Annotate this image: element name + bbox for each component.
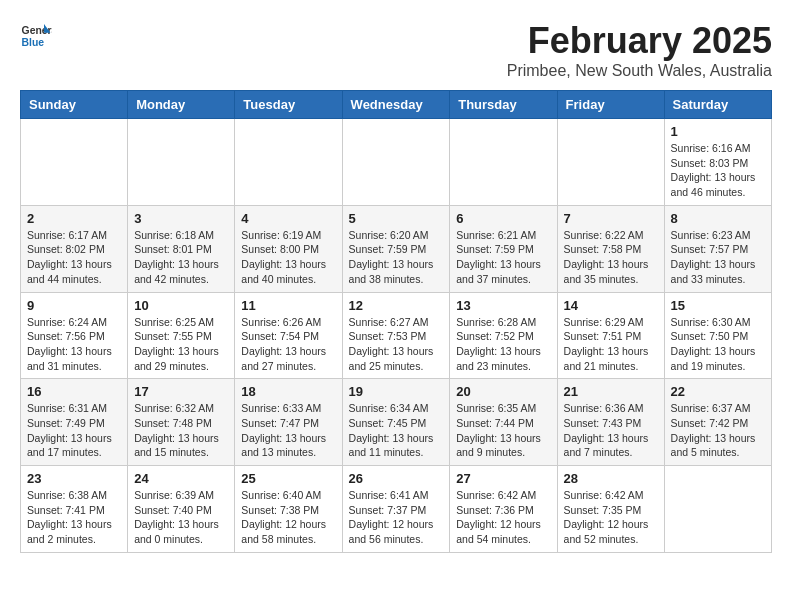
day-info: Sunrise: 6:19 AM Sunset: 8:00 PM Dayligh… <box>241 228 335 287</box>
calendar-cell: 16Sunrise: 6:31 AM Sunset: 7:49 PM Dayli… <box>21 379 128 466</box>
day-info: Sunrise: 6:20 AM Sunset: 7:59 PM Dayligh… <box>349 228 444 287</box>
day-info: Sunrise: 6:22 AM Sunset: 7:58 PM Dayligh… <box>564 228 658 287</box>
day-info: Sunrise: 6:25 AM Sunset: 7:55 PM Dayligh… <box>134 315 228 374</box>
day-number: 4 <box>241 211 335 226</box>
logo: General Blue <box>20 20 52 52</box>
day-number: 21 <box>564 384 658 399</box>
day-info: Sunrise: 6:36 AM Sunset: 7:43 PM Dayligh… <box>564 401 658 460</box>
calendar-cell: 2Sunrise: 6:17 AM Sunset: 8:02 PM Daylig… <box>21 205 128 292</box>
weekday-header-wednesday: Wednesday <box>342 91 450 119</box>
calendar-cell <box>128 119 235 206</box>
day-number: 23 <box>27 471 121 486</box>
day-number: 3 <box>134 211 228 226</box>
calendar-cell: 17Sunrise: 6:32 AM Sunset: 7:48 PM Dayli… <box>128 379 235 466</box>
calendar-cell: 22Sunrise: 6:37 AM Sunset: 7:42 PM Dayli… <box>664 379 771 466</box>
weekday-header-monday: Monday <box>128 91 235 119</box>
day-info: Sunrise: 6:31 AM Sunset: 7:49 PM Dayligh… <box>27 401 121 460</box>
day-number: 8 <box>671 211 765 226</box>
day-number: 2 <box>27 211 121 226</box>
week-row-4: 16Sunrise: 6:31 AM Sunset: 7:49 PM Dayli… <box>21 379 772 466</box>
calendar-cell: 26Sunrise: 6:41 AM Sunset: 7:37 PM Dayli… <box>342 466 450 553</box>
day-number: 15 <box>671 298 765 313</box>
day-number: 27 <box>456 471 550 486</box>
calendar-cell: 6Sunrise: 6:21 AM Sunset: 7:59 PM Daylig… <box>450 205 557 292</box>
calendar-cell: 25Sunrise: 6:40 AM Sunset: 7:38 PM Dayli… <box>235 466 342 553</box>
calendar-cell: 13Sunrise: 6:28 AM Sunset: 7:52 PM Dayli… <box>450 292 557 379</box>
calendar-cell <box>664 466 771 553</box>
calendar-cell: 27Sunrise: 6:42 AM Sunset: 7:36 PM Dayli… <box>450 466 557 553</box>
day-number: 22 <box>671 384 765 399</box>
calendar-cell: 20Sunrise: 6:35 AM Sunset: 7:44 PM Dayli… <box>450 379 557 466</box>
day-number: 10 <box>134 298 228 313</box>
week-row-5: 23Sunrise: 6:38 AM Sunset: 7:41 PM Dayli… <box>21 466 772 553</box>
header: General Blue February 2025 Primbee, New … <box>20 20 772 80</box>
day-number: 11 <box>241 298 335 313</box>
day-info: Sunrise: 6:17 AM Sunset: 8:02 PM Dayligh… <box>27 228 121 287</box>
day-info: Sunrise: 6:29 AM Sunset: 7:51 PM Dayligh… <box>564 315 658 374</box>
calendar-cell: 10Sunrise: 6:25 AM Sunset: 7:55 PM Dayli… <box>128 292 235 379</box>
day-info: Sunrise: 6:33 AM Sunset: 7:47 PM Dayligh… <box>241 401 335 460</box>
day-info: Sunrise: 6:24 AM Sunset: 7:56 PM Dayligh… <box>27 315 121 374</box>
day-info: Sunrise: 6:39 AM Sunset: 7:40 PM Dayligh… <box>134 488 228 547</box>
calendar-cell: 9Sunrise: 6:24 AM Sunset: 7:56 PM Daylig… <box>21 292 128 379</box>
calendar-cell: 5Sunrise: 6:20 AM Sunset: 7:59 PM Daylig… <box>342 205 450 292</box>
weekday-header-thursday: Thursday <box>450 91 557 119</box>
calendar-cell: 21Sunrise: 6:36 AM Sunset: 7:43 PM Dayli… <box>557 379 664 466</box>
weekday-header-friday: Friday <box>557 91 664 119</box>
weekday-header-saturday: Saturday <box>664 91 771 119</box>
calendar-cell: 14Sunrise: 6:29 AM Sunset: 7:51 PM Dayli… <box>557 292 664 379</box>
day-number: 12 <box>349 298 444 313</box>
day-info: Sunrise: 6:30 AM Sunset: 7:50 PM Dayligh… <box>671 315 765 374</box>
day-info: Sunrise: 6:16 AM Sunset: 8:03 PM Dayligh… <box>671 141 765 200</box>
calendar-cell <box>342 119 450 206</box>
day-info: Sunrise: 6:35 AM Sunset: 7:44 PM Dayligh… <box>456 401 550 460</box>
weekday-header-tuesday: Tuesday <box>235 91 342 119</box>
day-number: 25 <box>241 471 335 486</box>
day-number: 28 <box>564 471 658 486</box>
calendar-cell: 24Sunrise: 6:39 AM Sunset: 7:40 PM Dayli… <box>128 466 235 553</box>
calendar-cell: 15Sunrise: 6:30 AM Sunset: 7:50 PM Dayli… <box>664 292 771 379</box>
day-number: 7 <box>564 211 658 226</box>
svg-text:Blue: Blue <box>22 37 45 48</box>
day-info: Sunrise: 6:23 AM Sunset: 7:57 PM Dayligh… <box>671 228 765 287</box>
calendar-cell <box>21 119 128 206</box>
calendar-cell: 23Sunrise: 6:38 AM Sunset: 7:41 PM Dayli… <box>21 466 128 553</box>
calendar-cell: 11Sunrise: 6:26 AM Sunset: 7:54 PM Dayli… <box>235 292 342 379</box>
calendar-cell: 19Sunrise: 6:34 AM Sunset: 7:45 PM Dayli… <box>342 379 450 466</box>
calendar-cell <box>235 119 342 206</box>
weekday-header-row: SundayMondayTuesdayWednesdayThursdayFrid… <box>21 91 772 119</box>
calendar-cell: 4Sunrise: 6:19 AM Sunset: 8:00 PM Daylig… <box>235 205 342 292</box>
calendar-cell <box>557 119 664 206</box>
calendar-cell: 1Sunrise: 6:16 AM Sunset: 8:03 PM Daylig… <box>664 119 771 206</box>
week-row-1: 1Sunrise: 6:16 AM Sunset: 8:03 PM Daylig… <box>21 119 772 206</box>
logo-icon: General Blue <box>20 20 52 52</box>
day-info: Sunrise: 6:37 AM Sunset: 7:42 PM Dayligh… <box>671 401 765 460</box>
calendar-cell: 28Sunrise: 6:42 AM Sunset: 7:35 PM Dayli… <box>557 466 664 553</box>
day-info: Sunrise: 6:18 AM Sunset: 8:01 PM Dayligh… <box>134 228 228 287</box>
calendar-cell: 8Sunrise: 6:23 AM Sunset: 7:57 PM Daylig… <box>664 205 771 292</box>
calendar: SundayMondayTuesdayWednesdayThursdayFrid… <box>20 90 772 553</box>
day-info: Sunrise: 6:40 AM Sunset: 7:38 PM Dayligh… <box>241 488 335 547</box>
weekday-header-sunday: Sunday <box>21 91 128 119</box>
day-info: Sunrise: 6:26 AM Sunset: 7:54 PM Dayligh… <box>241 315 335 374</box>
day-number: 26 <box>349 471 444 486</box>
day-number: 1 <box>671 124 765 139</box>
day-number: 6 <box>456 211 550 226</box>
day-info: Sunrise: 6:34 AM Sunset: 7:45 PM Dayligh… <box>349 401 444 460</box>
calendar-cell: 3Sunrise: 6:18 AM Sunset: 8:01 PM Daylig… <box>128 205 235 292</box>
day-number: 9 <box>27 298 121 313</box>
week-row-2: 2Sunrise: 6:17 AM Sunset: 8:02 PM Daylig… <box>21 205 772 292</box>
day-info: Sunrise: 6:28 AM Sunset: 7:52 PM Dayligh… <box>456 315 550 374</box>
day-info: Sunrise: 6:42 AM Sunset: 7:35 PM Dayligh… <box>564 488 658 547</box>
day-number: 18 <box>241 384 335 399</box>
calendar-cell <box>450 119 557 206</box>
location: Primbee, New South Wales, Australia <box>507 62 772 80</box>
day-info: Sunrise: 6:42 AM Sunset: 7:36 PM Dayligh… <box>456 488 550 547</box>
day-info: Sunrise: 6:32 AM Sunset: 7:48 PM Dayligh… <box>134 401 228 460</box>
day-info: Sunrise: 6:38 AM Sunset: 7:41 PM Dayligh… <box>27 488 121 547</box>
month-title: February 2025 <box>507 20 772 62</box>
calendar-cell: 18Sunrise: 6:33 AM Sunset: 7:47 PM Dayli… <box>235 379 342 466</box>
day-info: Sunrise: 6:41 AM Sunset: 7:37 PM Dayligh… <box>349 488 444 547</box>
day-number: 13 <box>456 298 550 313</box>
day-number: 20 <box>456 384 550 399</box>
